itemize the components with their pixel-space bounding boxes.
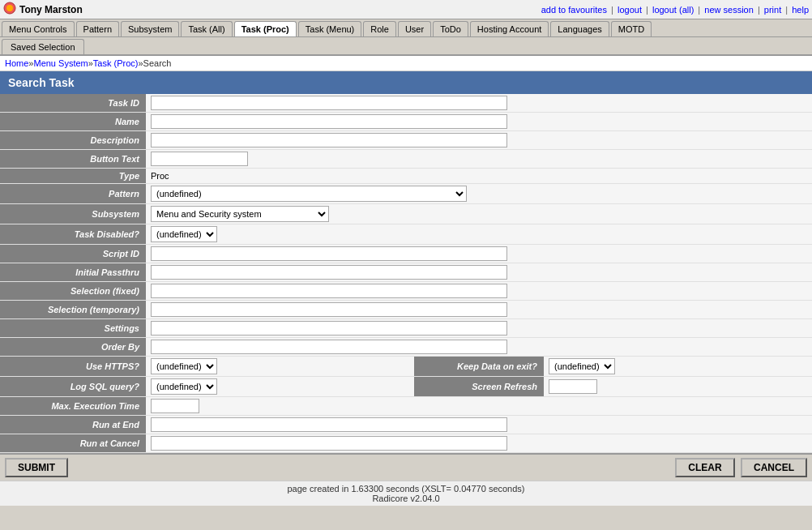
- script-id-label: Script ID: [0, 245, 146, 263]
- cancel-button[interactable]: CANCEL: [741, 458, 807, 477]
- row-script-id: Script ID: [0, 245, 812, 263]
- settings-input[interactable]: [151, 321, 507, 336]
- new-session-link[interactable]: new session: [704, 5, 754, 15]
- help-link[interactable]: help: [792, 5, 809, 15]
- top-links: add to favourites | logout | logout (all…: [541, 5, 809, 15]
- screen-refresh-label: Screen Refresh: [414, 377, 544, 397]
- row-logsql-screenrefresh: Log SQL query? (undefined) Screen Refres…: [0, 377, 812, 397]
- tab-user[interactable]: User: [398, 21, 431, 36]
- order-by-value-cell: [146, 338, 812, 357]
- subsystem-select[interactable]: Menu and Security system: [151, 206, 329, 222]
- username: Tony Marston: [19, 4, 541, 15]
- run-at-end-input[interactable]: [151, 417, 507, 432]
- footer-line2: Radicore v2.04.0: [2, 494, 810, 503]
- log-sql-query-select[interactable]: (undefined): [151, 378, 217, 395]
- keep-data-on-exit-select[interactable]: (undefined): [549, 358, 615, 374]
- script-id-input[interactable]: [151, 246, 507, 261]
- row-button-text: Button Text: [0, 150, 812, 169]
- row-task-id: Task ID: [0, 94, 812, 113]
- task-id-input[interactable]: [151, 96, 507, 110]
- use-https-select[interactable]: (undefined): [151, 358, 217, 374]
- search-form: Task ID Name Description Button Text: [0, 94, 812, 453]
- breadcrumb-task-proc[interactable]: Task (Proc): [93, 58, 139, 68]
- tab-menu-controls[interactable]: Menu Controls: [2, 21, 75, 36]
- screen-refresh-input[interactable]: [549, 379, 597, 394]
- tab-pattern[interactable]: Pattern: [76, 21, 119, 36]
- initial-passthru-value-cell: [146, 263, 812, 282]
- tab-todo[interactable]: ToDo: [433, 21, 468, 36]
- type-static: Proc: [151, 169, 169, 182]
- use-https-label: Use HTTPS?: [0, 357, 146, 377]
- max-execution-time-value-cell: [146, 397, 812, 416]
- max-execution-time-input[interactable]: [151, 399, 199, 413]
- task-disabled-value-cell: (undefined): [146, 224, 812, 245]
- task-id-value-cell: [146, 94, 812, 113]
- breadcrumb-home[interactable]: Home: [5, 58, 28, 68]
- run-at-end-value-cell: [146, 416, 812, 434]
- selection-fixed-label: Selection (fixed): [0, 282, 146, 301]
- row-name: Name: [0, 113, 812, 131]
- section-header: Search Task: [0, 71, 812, 94]
- description-input[interactable]: [151, 133, 507, 147]
- pattern-value-cell: (undefined): [146, 184, 812, 204]
- row-order-by: Order By: [0, 338, 812, 357]
- button-text-label: Button Text: [0, 150, 146, 169]
- button-text-input[interactable]: [151, 152, 248, 166]
- top-bar: Tony Marston add to favourites | logout …: [0, 0, 812, 19]
- content: Search Task Task ID Name Description But…: [0, 71, 812, 453]
- row-selection-fixed: Selection (fixed): [0, 282, 812, 301]
- run-at-cancel-input[interactable]: [151, 436, 507, 451]
- tab-subsystem[interactable]: Subsystem: [121, 21, 179, 36]
- row-task-disabled: Task Disabled? (undefined): [0, 224, 812, 245]
- selection-fixed-value-cell: [146, 282, 812, 301]
- tab-role[interactable]: Role: [363, 21, 396, 36]
- settings-label: Settings: [0, 319, 146, 338]
- breadcrumb-menu-system[interactable]: Menu System: [33, 58, 88, 68]
- logout-all-link[interactable]: logout (all): [652, 5, 694, 15]
- name-value-cell: [146, 113, 812, 131]
- subsystem-label: Subsystem: [0, 204, 146, 224]
- svg-point-1: [6, 5, 13, 11]
- row-initial-passthru: Initial Passthru: [0, 263, 812, 282]
- description-label: Description: [0, 131, 146, 150]
- run-at-end-label: Run at End: [0, 416, 146, 434]
- user-icon: [3, 2, 16, 17]
- selection-fixed-input[interactable]: [151, 284, 507, 298]
- row-run-at-end: Run at End: [0, 416, 812, 434]
- print-link[interactable]: print: [764, 5, 781, 15]
- max-execution-time-label: Max. Execution Time: [0, 397, 146, 416]
- initial-passthru-label: Initial Passthru: [0, 263, 146, 282]
- row-https-keepdata: Use HTTPS? (undefined) Keep Data on exit…: [0, 357, 812, 377]
- tab-saved-selection[interactable]: Saved Selection: [2, 39, 84, 54]
- run-at-cancel-value-cell: [146, 434, 812, 453]
- pattern-label: Pattern: [0, 184, 146, 204]
- selection-temporary-value-cell: [146, 301, 812, 319]
- row-subsystem: Subsystem Menu and Security system: [0, 204, 812, 224]
- tab-task-menu[interactable]: Task (Menu): [298, 21, 362, 36]
- selection-temporary-input[interactable]: [151, 302, 507, 317]
- row-type: Type Proc: [0, 169, 812, 184]
- breadcrumb: Home»Menu System»Task (Proc)»Search: [0, 56, 812, 71]
- tab-motd[interactable]: MOTD: [611, 21, 652, 36]
- tab-task-all[interactable]: Task (All): [181, 21, 232, 36]
- order-by-input[interactable]: [151, 340, 507, 354]
- clear-button[interactable]: CLEAR: [675, 458, 734, 477]
- pattern-select[interactable]: (undefined): [151, 186, 467, 202]
- run-at-cancel-label: Run at Cancel: [0, 434, 146, 453]
- tab-hosting-account[interactable]: Hosting Account: [470, 21, 549, 36]
- selection-temporary-label: Selection (temporary): [0, 301, 146, 319]
- logout-link[interactable]: logout: [618, 5, 642, 15]
- initial-passthru-input[interactable]: [151, 265, 507, 280]
- add-to-favourites-link[interactable]: add to favourites: [541, 5, 607, 15]
- footer: page created in 1.63300 seconds (XSLT= 0…: [0, 481, 812, 506]
- row-run-at-cancel: Run at Cancel: [0, 434, 812, 453]
- bottom-buttons: SUBMIT CLEAR CANCEL: [0, 453, 812, 481]
- order-by-label: Order By: [0, 338, 146, 357]
- name-input[interactable]: [151, 114, 507, 129]
- task-disabled-select[interactable]: (undefined): [151, 226, 217, 242]
- row-max-execution: Max. Execution Time: [0, 397, 812, 416]
- submit-button[interactable]: SUBMIT: [5, 458, 68, 477]
- tab-languages[interactable]: Languages: [550, 21, 609, 36]
- type-label: Type: [0, 169, 146, 184]
- tab-task-proc[interactable]: Task (Proc): [234, 21, 297, 36]
